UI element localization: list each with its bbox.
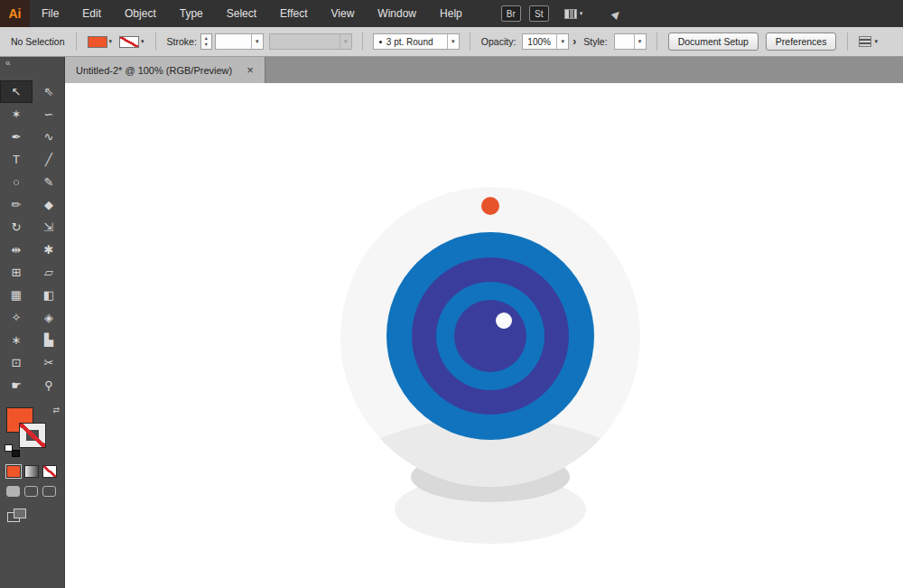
menu-file[interactable]: File	[30, 0, 70, 27]
chevron-down-icon[interactable]: ▾	[634, 34, 646, 49]
gpu-performance-icon[interactable]: ▶	[610, 6, 623, 20]
menu-window[interactable]: Window	[366, 0, 428, 27]
menu-view[interactable]: View	[320, 0, 367, 27]
tools-panel: « ↖⇖✶∽✒∿T╱○✎✏◆↻⇲⇹✱⊞▱▦◧✧◈∗▙⊡✂☛⚲ ⇄	[0, 57, 65, 588]
document-setup-button[interactable]: Document Setup	[668, 33, 759, 51]
line-segment-tool[interactable]: ╱	[33, 148, 65, 171]
webcam-illustration[interactable]	[65, 83, 903, 588]
chevron-down-icon[interactable]: ▾	[141, 38, 144, 45]
stroke-proxy-swatch-none[interactable]	[19, 423, 46, 448]
chevron-down-icon[interactable]: ▾	[109, 38, 113, 45]
draw-normal-button[interactable]	[6, 486, 20, 497]
eyedropper-tool[interactable]: ✧	[0, 306, 33, 329]
gradient-tool[interactable]: ◧	[33, 284, 65, 306]
menu-effect[interactable]: Effect	[268, 0, 319, 27]
free-transform-icon: ⇲	[44, 220, 54, 234]
default-fill-stroke-icon[interactable]	[5, 444, 20, 457]
pen-tool[interactable]: ✒	[0, 126, 33, 148]
document-tab-title: Untitled-2* @ 100% (RGB/Preview)	[76, 65, 232, 76]
pencil-icon: ✏	[12, 198, 22, 211]
perspective-selection-tool[interactable]: ▱	[33, 261, 65, 284]
none-slash-icon	[20, 424, 45, 447]
eraser-icon: ◆	[44, 198, 53, 211]
chevron-down-icon[interactable]: ▾	[447, 34, 459, 49]
slice-icon: ✂	[44, 356, 54, 369]
stroke-color-control[interactable]: ▾	[119, 36, 144, 48]
menu-object[interactable]: Object	[113, 0, 168, 27]
pen-icon: ✒	[12, 130, 22, 144]
lasso-tool[interactable]: ∽	[33, 103, 65, 126]
zoom-tool[interactable]: ⚲	[33, 374, 65, 397]
swap-fill-stroke-icon[interactable]: ⇄	[52, 406, 60, 415]
close-icon[interactable]: ×	[247, 64, 254, 76]
mesh-tool[interactable]: ▦	[0, 284, 33, 306]
menu-select[interactable]: Select	[215, 0, 268, 27]
variable-width-profile-combo: ▾	[269, 33, 352, 50]
perspective-selection-icon: ▱	[44, 266, 53, 279]
menu-edit[interactable]: Edit	[70, 0, 113, 27]
draw-inside-button[interactable]	[42, 486, 56, 497]
eraser-tool[interactable]: ◆	[33, 193, 65, 216]
chevron-down-icon[interactable]: ▾	[556, 34, 568, 49]
bridge-button[interactable]: Br	[501, 5, 521, 22]
puppet-warp-tool[interactable]: ✱	[33, 238, 65, 261]
puppet-warp-icon: ✱	[44, 243, 54, 257]
paintbrush-tool[interactable]: ✎	[33, 171, 65, 193]
selection-tool[interactable]: ↖	[0, 80, 33, 103]
menubar-items: FileEditObjectTypeSelectEffectViewWindow…	[30, 0, 474, 27]
graph-icon: ▙	[44, 333, 53, 347]
arrange-documents-control[interactable]: ▾	[564, 9, 583, 19]
symbol-sprayer-icon: ∗	[12, 333, 22, 347]
stepper-down-icon[interactable]: ▾	[205, 42, 208, 48]
document-tab[interactable]: Untitled-2* @ 100% (RGB/Preview) ×	[65, 57, 265, 83]
type-tool[interactable]: T	[0, 148, 33, 171]
brush-definition-combo[interactable]: 3 pt. Round ▾	[373, 33, 460, 50]
stepper-up-icon[interactable]: ▴	[205, 35, 208, 42]
opacity-combo[interactable]: 100% ▾	[522, 33, 569, 50]
width-tool[interactable]: ⇹	[0, 238, 33, 261]
artboard-canvas[interactable]	[65, 83, 903, 588]
direct-selection-tool[interactable]: ⇖	[33, 80, 65, 103]
fill-swatch[interactable]	[88, 36, 107, 48]
blend-tool[interactable]: ◈	[33, 306, 65, 329]
fill-color-control[interactable]: ▾	[88, 36, 113, 48]
line-icon: ╱	[45, 153, 52, 166]
selection-cursor-icon: ↖	[12, 85, 22, 98]
color-button[interactable]	[6, 465, 21, 478]
curvature-tool[interactable]: ∿	[33, 126, 65, 148]
chevron-down-icon[interactable]: ▾	[251, 34, 263, 49]
align-options-control[interactable]: ▾	[859, 36, 878, 47]
gradient-button[interactable]	[24, 465, 39, 478]
divider	[76, 33, 77, 51]
divider	[656, 33, 657, 51]
graph-tool[interactable]: ▙	[33, 329, 65, 351]
hand-tool[interactable]: ☛	[0, 374, 33, 397]
magic-wand-tool[interactable]: ✶	[0, 103, 33, 126]
stroke-swatch-none[interactable]	[119, 36, 139, 48]
collapse-panel-icon[interactable]: «	[0, 57, 64, 70]
preferences-button[interactable]: Preferences	[766, 33, 837, 51]
symbol-sprayer-tool[interactable]: ∗	[0, 329, 33, 351]
rotate-tool[interactable]: ↻	[0, 216, 33, 238]
pencil-tool[interactable]: ✏	[0, 193, 33, 216]
stroke-weight-stepper[interactable]: ▴ ▾	[200, 33, 212, 50]
draw-behind-button[interactable]	[24, 486, 38, 497]
menu-help[interactable]: Help	[428, 0, 474, 27]
style-combo[interactable]: ▾	[614, 33, 647, 50]
stroke-weight-combo[interactable]: ▾	[215, 33, 264, 50]
none-button[interactable]	[42, 465, 57, 478]
slice-tool[interactable]: ✂	[33, 351, 65, 374]
eyedropper-icon: ✧	[12, 311, 22, 324]
free-transform-tool[interactable]: ⇲	[33, 216, 65, 238]
fill-type-buttons	[0, 465, 64, 478]
change-screen-mode-button[interactable]	[7, 509, 29, 525]
mesh-icon: ▦	[11, 288, 22, 302]
perspective-grid-tool[interactable]: ⊞	[0, 261, 33, 284]
opacity-panel-arrow-icon[interactable]: ›	[573, 35, 576, 48]
stock-button[interactable]: St	[529, 5, 549, 22]
artboard-tool[interactable]: ⊡	[0, 351, 33, 374]
ellipse-tool[interactable]: ○	[0, 171, 33, 193]
artboard-icon: ⊡	[12, 356, 22, 369]
app-logo: Ai	[0, 0, 30, 27]
menu-type[interactable]: Type	[168, 0, 215, 27]
